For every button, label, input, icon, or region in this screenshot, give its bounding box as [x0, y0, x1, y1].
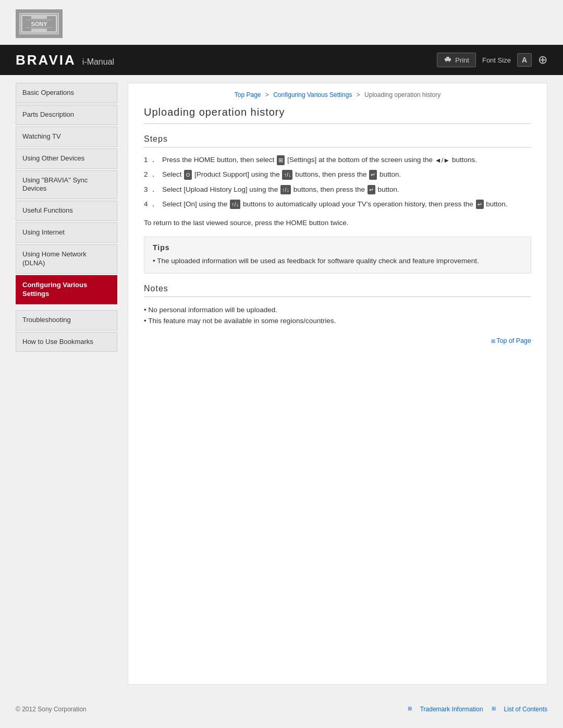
- sidebar-divider: [16, 306, 117, 310]
- list-item: The uploaded information will be used as…: [153, 256, 522, 266]
- svg-rect-5: [31, 16, 47, 19]
- notes-section: Notes No personal information will be up…: [144, 284, 531, 327]
- font-size-label: Font Size: [482, 56, 511, 64]
- sidebar-item-using-other-devices[interactable]: Using Other Devices: [16, 149, 117, 169]
- list-of-contents-link[interactable]: List of Contents: [504, 706, 547, 713]
- tips-list: The uploaded information will be used as…: [153, 256, 522, 266]
- list-item: No personal information will be uploaded…: [144, 304, 531, 316]
- content-footer: Top of Page: [144, 337, 531, 344]
- sony-logo: SONY: [16, 9, 63, 38]
- arrow-left-right-icon: ◄/►: [435, 155, 450, 166]
- steps-section-title: Steps: [144, 134, 531, 147]
- print-label: Print: [455, 56, 469, 64]
- up-down-icon3: ↑/↓: [230, 200, 240, 209]
- breadcrumb-sep1: >: [265, 91, 269, 98]
- list-item: 2 ． Select ⊙ [Product Support] using the…: [144, 169, 531, 180]
- svg-rect-1: [20, 14, 58, 34]
- breadcrumb-current: Uploading operation history: [364, 91, 440, 98]
- list-item: 1 ． Press the HOME button, then select ⊞…: [144, 155, 531, 165]
- up-down-icon: ↑/↓: [282, 170, 292, 180]
- globe-icon[interactable]: ⊕: [538, 53, 547, 67]
- enter-icon2: ↵: [368, 185, 375, 195]
- sidebar-item-troubleshooting[interactable]: Troubleshooting: [16, 310, 117, 330]
- imanual-text: i-Manual: [82, 57, 114, 67]
- sidebar: Basic Operations Parts Description Watch…: [16, 83, 117, 685]
- header-brand: BRAVIA i-Manual: [16, 52, 114, 68]
- enter-icon: ↵: [369, 170, 377, 180]
- bottom-bar: © 2012 Sony Corporation ⊞ Trademark Info…: [0, 700, 563, 718]
- steps-section: Steps 1 ． Press the HOME button, then se…: [144, 134, 531, 228]
- content-area: Top Page > Configuring Various Settings …: [128, 83, 547, 685]
- svg-text:SONY: SONY: [31, 21, 47, 27]
- breadcrumb-sep2: >: [357, 91, 360, 98]
- product-support-icon: ⊙: [184, 170, 192, 180]
- trademark-link-icon: ⊞: [408, 706, 412, 713]
- notes-section-title: Notes: [144, 284, 531, 297]
- list-item: 3 ． Select [Upload History Log] using th…: [144, 184, 531, 195]
- page-title: Uploading operation history: [144, 106, 531, 124]
- sidebar-item-configuring-various-settings[interactable]: Configuring Various Settings: [16, 275, 117, 304]
- list-item: This feature may not be available in som…: [144, 315, 531, 327]
- steps-list: 1 ． Press the HOME button, then select ⊞…: [144, 155, 531, 209]
- sidebar-item-watching-tv[interactable]: Watching TV: [16, 127, 117, 147]
- breadcrumb-top-page[interactable]: Top Page: [235, 91, 261, 98]
- notes-list: No personal information will be uploaded…: [144, 304, 531, 327]
- font-size-button[interactable]: A: [517, 53, 532, 67]
- up-down-icon2: ↑/↓: [280, 185, 291, 195]
- sidebar-item-how-to-use-bookmarks[interactable]: How to Use Bookmarks: [16, 332, 117, 352]
- header-bar: BRAVIA i-Manual Print Font Size A ⊕: [0, 45, 563, 75]
- top-of-page-link[interactable]: Top of Page: [496, 337, 531, 344]
- return-text: To return to the last viewed source, pre…: [144, 218, 531, 228]
- breadcrumb-configuring[interactable]: Configuring Various Settings: [273, 91, 352, 98]
- trademark-link[interactable]: Trademark Information: [420, 706, 483, 713]
- tips-title: Tips: [153, 243, 522, 252]
- settings-icon: ⊞: [277, 155, 285, 165]
- list-of-contents-link-icon: ⊞: [492, 706, 496, 713]
- logo-area: SONY: [0, 0, 563, 45]
- sidebar-item-basic-operations[interactable]: Basic Operations: [16, 83, 117, 103]
- breadcrumb: Top Page > Configuring Various Settings …: [144, 91, 531, 98]
- sidebar-item-using-internet[interactable]: Using Internet: [16, 223, 117, 243]
- copyright-text: © 2012 Sony Corporation: [16, 706, 87, 713]
- print-icon: [444, 56, 452, 64]
- top-of-page-icon: [491, 337, 497, 344]
- sidebar-item-using-bravia-sync[interactable]: Using "BRAVIA" Sync Devices: [16, 170, 117, 200]
- print-button[interactable]: Print: [437, 53, 476, 67]
- main-layout: Basic Operations Parts Description Watch…: [0, 75, 563, 700]
- enter-icon3: ↵: [476, 200, 484, 209]
- sidebar-item-using-home-network[interactable]: Using Home Network (DLNA): [16, 244, 117, 274]
- list-item: 4 ． Select [On] using the ↑/↓ buttons to…: [144, 199, 531, 209]
- sidebar-item-parts-description[interactable]: Parts Description: [16, 105, 117, 125]
- bravia-logo-text: BRAVIA: [16, 52, 76, 68]
- header-controls: Print Font Size A ⊕: [437, 53, 547, 67]
- sidebar-item-useful-functions[interactable]: Useful Functions: [16, 201, 117, 221]
- tips-box: Tips The uploaded information will be us…: [144, 237, 531, 273]
- bottom-links: ⊞ Trademark Information ⊞ List of Conten…: [408, 706, 547, 713]
- svg-rect-6: [31, 29, 47, 32]
